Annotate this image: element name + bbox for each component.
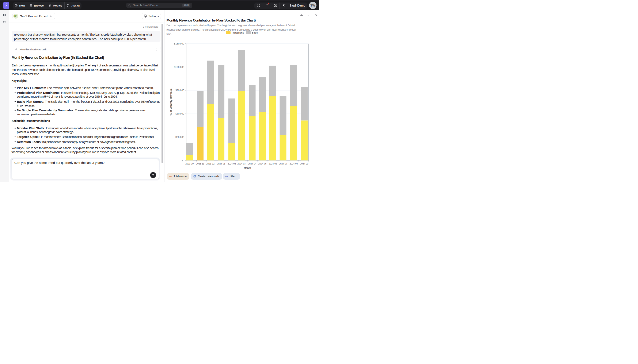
svg-text:2024-02: 2024-02 [228,162,236,165]
svg-text:$60,000: $60,000 [175,112,184,115]
svg-text:2024-05: 2024-05 [258,162,266,165]
svg-text:2024-06: 2024-06 [268,162,277,165]
svg-text:2024-08: 2024-08 [289,162,298,165]
svg-text:2024-04: 2024-04 [248,162,256,165]
svg-text:$120,000: $120,000 [174,66,184,68]
svg-text:$0: $0 [181,159,184,162]
svg-text:Professional: Professional [232,32,244,34]
svg-text:2024-07: 2024-07 [279,162,287,165]
svg-text:Month: Month [244,166,251,170]
svg-text:2023-10: 2023-10 [185,162,194,165]
svg-text:Abc: Abc [225,176,228,177]
svg-text:$150,000: $150,000 [174,42,184,45]
svg-text:% of Monthly Revenue: % of Monthly Revenue [170,88,172,115]
svg-text:Basic: Basic [252,32,257,34]
svg-text:123: 123 [169,176,172,177]
svg-text:2024-01: 2024-01 [217,162,225,165]
svg-text:$90,000: $90,000 [175,89,184,92]
svg-text:2023-12: 2023-12 [206,162,214,165]
svg-text:2024-03: 2024-03 [237,162,245,165]
svg-text:2024-09: 2024-09 [300,162,308,165]
svg-text:2023-11: 2023-11 [196,162,204,165]
svg-text:$30,000: $30,000 [175,136,184,138]
